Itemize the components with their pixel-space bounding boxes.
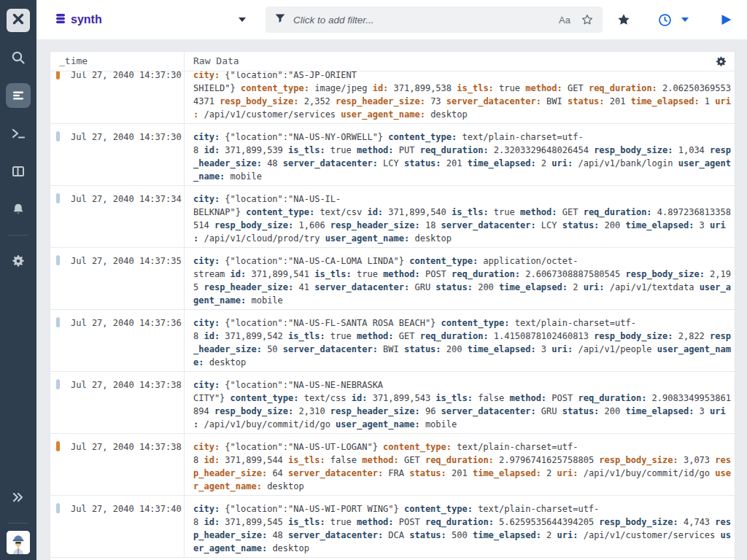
row-marker [56,503,60,513]
row-rawdata: city: {"location":"AS-JP-ORIENTSHIELD"} … [185,71,735,123]
columns-icon [10,163,26,179]
table-row[interactable]: Jul 27, 2040 14:37:35 city: {"location":… [50,248,735,310]
results-table: _time Raw Data Jul 27, 2040 14:37:30 cit… [50,51,735,560]
row-time: Jul 27, 2040 14:37:36 [71,318,182,328]
search-icon [10,50,26,66]
row-time: Jul 27, 2040 14:37:40 [71,504,182,514]
x-logo-icon [11,12,26,29]
table-row[interactable]: Jul 27, 2040 14:37:30 city: {"location":… [50,71,735,124]
row-rawdata: city: {"location":"NA-US-WI-PORT WING"} … [185,496,735,557]
case-sensitivity-toggle[interactable]: Aa [559,15,570,26]
bookmark-star-icon[interactable] [616,12,631,27]
avatar[interactable] [7,531,30,554]
row-marker [56,255,60,265]
time-cell: Jul 27, 2040 14:37:38 [50,434,185,495]
row-time: Jul 27, 2040 14:37:34 [71,194,182,204]
favorite-filter-star-icon[interactable] [581,13,594,26]
logs-icon [10,88,26,104]
app-logo[interactable] [7,9,30,32]
row-marker [56,193,60,203]
results-area: _time Raw Data Jul 27, 2040 14:37:30 cit… [36,39,747,560]
row-time: Jul 27, 2040 14:37:35 [71,256,182,266]
table-settings-gear-icon[interactable] [715,55,727,70]
sidebar-item-tables[interactable] [6,159,31,184]
time-cell: Jul 27, 2040 14:37:30 [50,71,185,123]
sidebar-item-terminal[interactable] [6,121,31,146]
filter-bar[interactable]: Aa [266,7,603,33]
row-rawdata: city: {"location":"NA-US-CA-LOMA LINDA"}… [185,248,735,309]
time-cell: Jul 27, 2040 14:37:36 [50,310,185,371]
gear-icon [11,254,26,268]
row-rawdata: city: {"location":"NA-US-FL-SANTA ROSA B… [185,310,735,371]
dataset-name: synth [71,13,102,26]
row-rawdata: city: {"location":"NA-US-IL-BELKNAP"} co… [185,186,735,247]
time-cell: Jul 27, 2040 14:37:30 [50,124,185,185]
sidebar [0,0,36,560]
sidebar-divider [8,523,28,524]
dataset-selector[interactable]: synth [55,12,246,28]
bell-icon [10,201,26,217]
topbar-actions [616,12,734,28]
table-row[interactable]: Jul 27, 2040 14:37:38 city: {"location":… [50,434,735,496]
row-marker [56,441,60,451]
row-time: Jul 27, 2040 14:37:38 [71,442,182,452]
row-rawdata: city: {"location":"NA-US-NE-NEBRASKACITY… [185,372,735,433]
row-time: Jul 27, 2040 14:37:30 [71,71,182,80]
row-rawdata: city: {"location":"NA-US-UT-LOGAN"} cont… [185,434,735,495]
time-cell: Jul 27, 2040 14:37:34 [50,186,185,247]
time-range-caret-icon[interactable] [681,18,689,22]
chevron-down-icon [239,18,246,22]
run-query-play-button[interactable] [718,12,734,28]
column-header-rawdata[interactable]: Raw Data [185,52,735,71]
row-marker [56,379,60,389]
filter-input[interactable] [293,15,559,26]
table-row[interactable]: Jul 27, 2040 14:37:30 city: {"location":… [50,124,735,186]
time-cell: Jul 27, 2040 14:37:35 [50,248,185,309]
time-cell: Jul 27, 2040 14:37:38 [50,372,185,433]
database-icon [55,12,66,28]
sidebar-item-search[interactable] [6,45,31,70]
collapse-chevrons-icon [10,489,26,505]
log-rows[interactable]: Jul 27, 2040 14:37:30 city: {"location":… [50,71,735,560]
table-row[interactable]: Jul 27, 2040 14:37:38 city: {"location":… [50,372,735,434]
sidebar-item-settings[interactable] [6,249,31,273]
row-marker [56,317,60,327]
table-header: _time Raw Data [50,52,735,71]
sidebar-divider [8,235,28,236]
topbar: synth Aa [36,0,747,39]
table-row[interactable]: Jul 27, 2040 14:37:36 city: {"location":… [50,310,735,372]
sidebar-collapse-button[interactable] [6,485,31,510]
time-cell: Jul 27, 2040 14:37:40 [50,496,185,557]
time-range-clock-icon[interactable] [657,12,673,28]
sidebar-item-notifications[interactable] [6,197,31,222]
terminal-icon [10,125,26,141]
sidebar-item-logs[interactable] [6,83,31,108]
row-rawdata: city: {"location":"NA-US-NY-ORWELL"} con… [185,124,735,185]
table-row[interactable]: Jul 27, 2040 14:37:40 city: {"location":… [50,496,735,558]
column-header-time[interactable]: _time [50,52,185,71]
table-row[interactable]: Jul 27, 2040 14:37:34 city: {"location":… [50,186,735,248]
funnel-icon [274,12,286,27]
row-marker [56,71,60,79]
row-marker [56,131,60,141]
app-screen: synth Aa [0,0,747,560]
row-time: Jul 27, 2040 14:37:38 [71,380,182,390]
row-time: Jul 27, 2040 14:37:30 [71,132,182,142]
